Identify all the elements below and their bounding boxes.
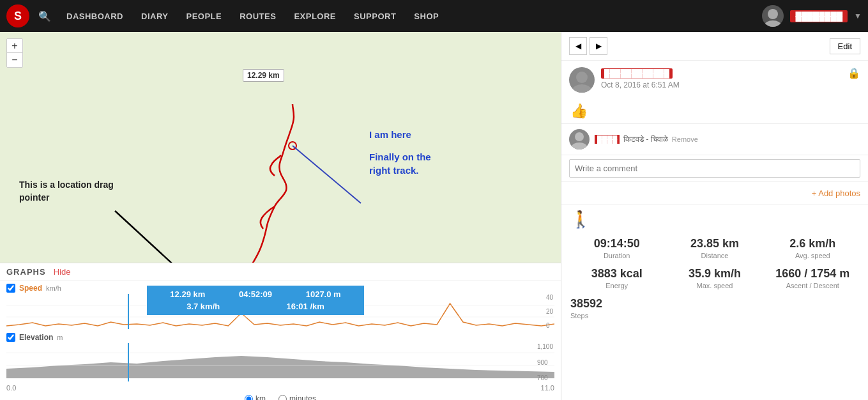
panel-user-row: ████████████ Oct 8, 2016 at 6:51 AM 🔒 — [561, 61, 868, 99]
tooltip-row-2: 3.7 km/h 16:01 /km — [147, 300, 364, 312]
graphs-hide-button[interactable]: Hide — [54, 267, 71, 277]
prev-arrow-button[interactable]: ◀ — [569, 37, 587, 55]
svg-point-13 — [572, 142, 587, 150]
comment-username: ████ — [595, 135, 620, 144]
user-menu-chevron[interactable]: ▼ — [854, 12, 862, 20]
annotation-drag: This is a location dragpointer — [19, 179, 114, 204]
stat-duration: 09:14:50 Duration — [570, 237, 663, 259]
svg-point-1 — [765, 20, 781, 27]
panel-user-avatar[interactable] — [569, 67, 595, 93]
zoom-controls: + − — [6, 38, 23, 68]
stat-distance: 23.85 km Distance — [668, 237, 761, 259]
nav-diary[interactable]: DIARY — [141, 12, 168, 21]
commenter-avatar — [569, 129, 590, 150]
speed-cursor-line — [128, 294, 129, 329]
speed-unit-label: km/h — [46, 284, 61, 292]
speed-chart-label: Speed — [19, 284, 42, 293]
map-area: + − 12.29 km This is a location dragpoin… — [0, 32, 561, 400]
svg-point-0 — [768, 9, 778, 19]
speed-checkbox[interactable] — [6, 284, 15, 293]
nav-people[interactable]: PEOPLE — [186, 12, 222, 21]
distance-label: Distance — [668, 252, 761, 259]
stat-avg-speed: 2.6 km/h Avg. speed — [766, 237, 859, 259]
navbar-right: ████████ ▼ — [762, 5, 862, 27]
speed-axis: 40 20 0 — [545, 294, 554, 329]
comment-input-row — [561, 155, 868, 182]
radio-minutes-label[interactable]: minutes — [278, 394, 316, 400]
energy-label: Energy — [570, 282, 663, 289]
stats-icon-row: 🚶 — [561, 204, 868, 235]
radio-km[interactable] — [245, 395, 253, 401]
tooltip-time: 04:52:09 — [239, 289, 272, 299]
panel-timestamp: Oct 8, 2016 at 6:51 AM — [601, 81, 841, 89]
nav-support[interactable]: SUPPORT — [354, 12, 396, 21]
distance-value: 23.85 km — [668, 237, 761, 250]
elevation-chart[interactable]: 1,100 900 700 — [6, 343, 554, 381]
max-speed-label: Max. speed — [668, 282, 761, 289]
elevation-unit-label: m — [57, 334, 63, 341]
radio-minutes[interactable] — [278, 395, 287, 401]
steps-value: 38592 — [570, 297, 663, 311]
elevation-axis: 1,100 900 700 — [536, 343, 554, 381]
duration-label: Duration — [570, 252, 663, 259]
main-container: + − 12.29 km This is a location dragpoin… — [0, 32, 868, 400]
tooltip-elevation: 1027.0 m — [306, 289, 341, 299]
avg-speed-label: Avg. speed — [766, 252, 859, 259]
avg-speed-value: 2.6 km/h — [766, 237, 859, 250]
zoom-out-button[interactable]: − — [7, 53, 22, 67]
svg-point-10 — [576, 72, 588, 83]
graphs-section: GRAPHS Hide 12.29 km 04:52:09 1027.0 m 3… — [0, 263, 561, 400]
add-photos-row: + Add photos — [561, 182, 868, 204]
stats-grid: 09:14:50 Duration 23.85 km Distance 2.6 … — [561, 235, 868, 322]
edit-button[interactable]: Edit — [830, 38, 860, 54]
panel-username: ████████████ — [601, 68, 673, 79]
x-label-end: 11.0 — [541, 384, 554, 392]
svg-line-3 — [293, 146, 361, 203]
panel-user-info: ████████████ Oct 8, 2016 at 6:51 AM — [601, 67, 841, 89]
svg-marker-7 — [6, 356, 554, 378]
stat-ascent: 1660 / 1754 m Ascent / Descent — [766, 267, 859, 289]
zoom-in-button[interactable]: + — [7, 39, 22, 53]
search-icon[interactable]: 🔍 — [36, 7, 54, 25]
radio-km-label[interactable]: km — [245, 394, 266, 400]
stat-energy: 3883 kcal Energy — [570, 267, 663, 289]
add-photos-button[interactable]: + Add photos — [812, 188, 860, 198]
user-avatar[interactable] — [762, 5, 784, 27]
nav-arrows: ◀ ▶ — [569, 37, 607, 55]
stat-max-speed: 35.9 km/h Max. speed — [668, 267, 761, 289]
panel-header: ◀ ▶ Edit — [561, 32, 868, 61]
annotation-here: I am here — [369, 129, 411, 140]
elevation-checkbox[interactable] — [6, 333, 15, 342]
energy-value: 3883 kcal — [570, 267, 663, 281]
stat-steps: 38592 Steps — [570, 297, 663, 319]
sport-icon: 🚶 — [570, 210, 591, 229]
comment-content: ████ किटवडे - चिवाळे Remove — [595, 135, 860, 144]
elevation-label-row: Elevation m — [0, 330, 561, 342]
tooltip-distance: 12.29 km — [170, 289, 205, 299]
nav-explore[interactable]: EXPLORE — [294, 12, 336, 21]
max-speed-value: 35.9 km/h — [668, 267, 761, 281]
ascent-value: 1660 / 1754 m — [766, 267, 859, 281]
like-button[interactable]: 👍 — [570, 103, 588, 119]
svg-point-12 — [575, 132, 584, 141]
app-logo[interactable]: S — [6, 4, 29, 27]
comment-input[interactable] — [569, 159, 860, 178]
steps-label: Steps — [570, 312, 663, 319]
nav-dashboard[interactable]: DASHBOARD — [66, 12, 123, 21]
username-badge: ████████ — [790, 10, 848, 22]
chart-x-labels: 0.0 11.0 — [0, 383, 561, 393]
svg-point-11 — [572, 84, 591, 93]
x-label-start: 0.0 — [6, 384, 16, 392]
lock-icon: 🔒 — [848, 67, 860, 79]
nav-routes[interactable]: ROUTES — [240, 12, 276, 21]
ascent-label: Ascent / Descent — [766, 282, 859, 289]
chart-radio-row: km minutes — [0, 393, 561, 400]
comment-remove-button[interactable]: Remove — [672, 135, 698, 143]
right-panel: ◀ ▶ Edit ████████████ Oct 8, 2016 at 6:5… — [561, 32, 868, 400]
tooltip-pace: 16:01 /km — [287, 302, 324, 311]
duration-value: 09:14:50 — [570, 237, 663, 250]
elevation-chart-label: Elevation — [19, 333, 53, 342]
next-arrow-button[interactable]: ▶ — [590, 37, 607, 55]
nav-shop[interactable]: SHOP — [414, 12, 439, 21]
tooltip-row-1: 12.29 km 04:52:09 1027.0 m — [147, 288, 364, 300]
